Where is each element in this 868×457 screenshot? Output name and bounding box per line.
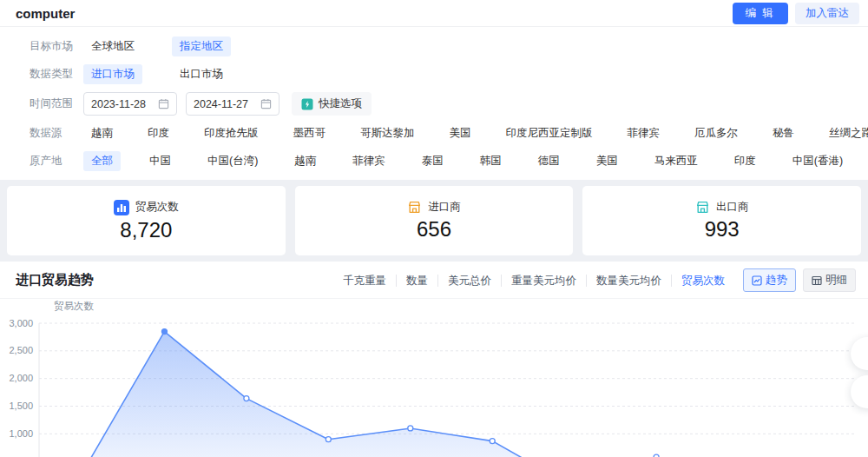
filter-row-date-range: 时间范围 2023-11-28 2024-11-27 快捷选项	[30, 92, 852, 116]
origin-options: 全部中国中国(台湾)越南菲律宾泰国韩国德国美国马来西亚印度中国(香港)印度尼西亚…	[83, 151, 868, 171]
data-source-option[interactable]: 秘鲁	[765, 123, 802, 143]
target-market-options: 全球地区指定地区	[83, 36, 231, 56]
data-source-option[interactable]: 菲律宾	[620, 123, 668, 143]
data-source-option[interactable]: 墨西哥	[286, 123, 334, 143]
metric-tab[interactable]: 贸易次数	[672, 275, 734, 287]
data-type-option[interactable]: 进口市场	[83, 64, 142, 84]
origin-option[interactable]: 菲律宾	[345, 151, 393, 171]
start-date-value: 2023-11-28	[91, 98, 146, 110]
view-buttons: 趋势明细	[743, 268, 856, 292]
origin-option[interactable]: 德国	[530, 151, 568, 171]
origin-option[interactable]: 中国(香港)	[785, 151, 851, 171]
stat-cards: 贸易次数8,720进口商656出口商993	[0, 180, 868, 262]
origin-option[interactable]: 印度	[727, 151, 764, 171]
stat-card: 进口商656	[295, 186, 574, 255]
trend-title: 进口贸易趋势	[16, 272, 94, 288]
view-button-label: 趋势	[766, 273, 787, 288]
origin-option[interactable]: 全部	[83, 151, 121, 171]
table-icon	[812, 275, 822, 286]
origin-option[interactable]: 越南	[286, 151, 324, 171]
view-button-label: 明细	[825, 273, 847, 288]
end-date-value: 2024-11-27	[194, 98, 248, 110]
data-source-option[interactable]: 越南	[83, 123, 121, 143]
stat-card: 出口商993	[582, 186, 861, 255]
trend-area	[82, 332, 820, 457]
floating-button[interactable]	[851, 337, 868, 370]
y-tick-label: 2,500	[9, 345, 33, 355]
data-type-option[interactable]: 出口市场	[172, 64, 231, 84]
data-source-option[interactable]: 印度	[140, 123, 177, 143]
origin-option[interactable]: 美国	[589, 151, 626, 171]
stat-value: 8,720	[120, 218, 172, 242]
end-date-input[interactable]: 2024-11-27	[186, 92, 279, 116]
filter-row-data-type: 数据类型 进口市场出口市场	[30, 64, 852, 84]
origin-option[interactable]: 中国(台湾)	[200, 151, 266, 171]
filter-row-origin: 原产地 全部中国中国(台湾)越南菲律宾泰国韩国德国美国马来西亚印度中国(香港)印…	[30, 151, 852, 171]
target-market-option[interactable]: 指定地区	[172, 36, 231, 56]
top-bar: computer 编 辑 加入雷达	[0, 0, 868, 27]
topbar-actions: 编 辑 加入雷达	[733, 3, 859, 24]
stat-label: 出口商	[716, 200, 749, 215]
quick-options-button[interactable]: 快捷选项	[292, 92, 372, 116]
y-axis-title: 贸易次数	[54, 301, 95, 312]
origin-option[interactable]: 泰国	[414, 151, 451, 171]
stat-label: 贸易次数	[135, 200, 179, 215]
exporter-shop-icon	[695, 200, 710, 215]
floating-button[interactable]	[851, 375, 868, 408]
line-chart-icon	[752, 275, 762, 286]
data-point[interactable]	[326, 437, 331, 442]
filter-row-target-market: 目标市场 全球地区指定地区	[30, 36, 852, 56]
y-tick-label: 1,500	[9, 401, 33, 411]
filter-panel: 目标市场 全球地区指定地区 数据类型 进口市场出口市场 时间范围 2023-11…	[0, 27, 868, 180]
metric-tabs: 千克重量数量美元总价重量美元均价数量美元均价贸易次数	[333, 275, 734, 287]
metric-tab[interactable]: 美元总价	[438, 275, 502, 287]
data-source-option[interactable]: 哥斯达黎加	[352, 123, 423, 143]
origin-option[interactable]: 中国	[141, 151, 179, 171]
data-point[interactable]	[490, 439, 495, 444]
filter-label: 目标市场	[30, 39, 83, 54]
data-source-option[interactable]: 丝绸之路	[821, 123, 868, 143]
calendar-icon	[260, 98, 272, 109]
start-date-input[interactable]: 2023-11-28	[83, 92, 177, 116]
filter-row-data-source: 数据源 越南印度印度抢先版墨西哥哥斯达黎加美国印度尼西亚定制版菲律宾厄瓜多尔秘鲁…	[30, 123, 852, 143]
data-point[interactable]	[408, 426, 413, 431]
data-source-option[interactable]: 美国	[442, 123, 479, 143]
origin-option[interactable]: 马来西亚	[647, 151, 706, 171]
y-tick-label: 1,000	[9, 428, 33, 439]
stat-value: 993	[705, 217, 740, 242]
data-source-option[interactable]: 印度抢先版	[196, 123, 266, 143]
filter-label: 时间范围	[30, 96, 83, 111]
filter-label: 原产地	[30, 154, 83, 169]
y-tick-label: 3,000	[9, 318, 33, 328]
calendar-icon	[158, 98, 169, 109]
origin-option[interactable]: 韩国	[472, 151, 510, 171]
view-button-detail[interactable]: 明细	[803, 268, 856, 292]
quick-options-label: 快捷选项	[319, 96, 362, 111]
bar-chart-icon	[114, 200, 129, 215]
stat-card: 贸易次数8,720	[7, 186, 286, 255]
target-market-option[interactable]: 全球地区	[83, 36, 142, 56]
stat-value: 656	[417, 217, 451, 242]
view-button-trend[interactable]: 趋势	[743, 268, 796, 292]
data-source-option[interactable]: 厄瓜多尔	[687, 123, 746, 143]
add-to-radar-button[interactable]: 加入雷达	[795, 3, 859, 24]
metric-tab[interactable]: 数量	[397, 275, 438, 287]
trend-panel: 进口贸易趋势 千克重量数量美元总价重量美元均价数量美元均价贸易次数 趋势明细 贸…	[0, 262, 868, 457]
filter-label: 数据源	[30, 126, 83, 141]
y-tick-label: 2,000	[9, 373, 33, 383]
stat-label: 进口商	[428, 200, 461, 215]
metric-tab[interactable]: 千克重量	[333, 275, 397, 287]
edit-button[interactable]: 编 辑	[733, 3, 788, 24]
floating-button-stack	[851, 337, 868, 414]
data-point[interactable]	[244, 396, 249, 401]
data-point[interactable]	[161, 329, 167, 334]
data-source-option[interactable]: 印度尼西亚定制版	[498, 123, 601, 143]
trend-header: 进口贸易趋势 千克重量数量美元总价重量美元均价数量美元均价贸易次数 趋势明细	[0, 262, 868, 299]
importer-shop-icon	[407, 200, 422, 215]
data-type-options: 进口市场出口市场	[83, 64, 231, 84]
page-title: computer	[16, 6, 75, 21]
data-source-options: 越南印度印度抢先版墨西哥哥斯达黎加美国印度尼西亚定制版菲律宾厄瓜多尔秘鲁丝绸之路…	[83, 123, 868, 143]
metric-tab[interactable]: 重量美元均价	[502, 275, 587, 287]
metric-tab[interactable]: 数量美元均价	[587, 275, 672, 287]
filter-label: 数据类型	[30, 67, 83, 82]
